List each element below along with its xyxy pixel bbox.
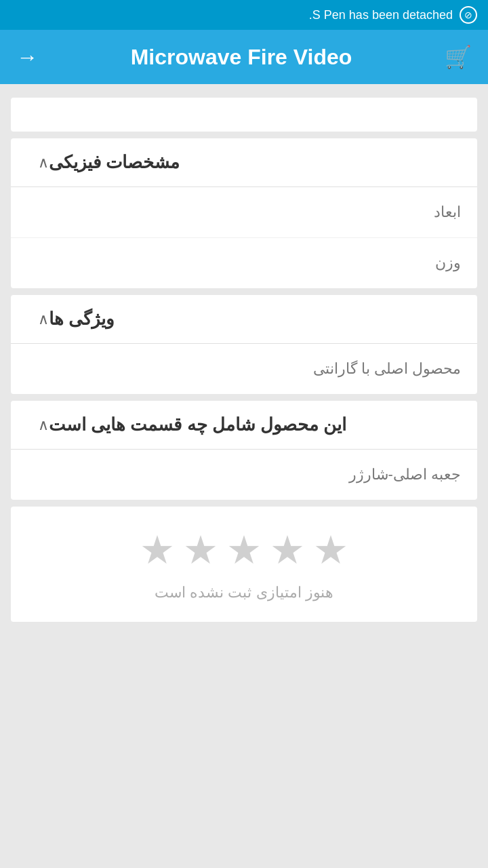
- s-pen-icon: ⊘: [460, 6, 477, 24]
- features-header[interactable]: ویژگی ها ∧: [11, 295, 477, 344]
- star-5[interactable]: ★: [313, 527, 348, 573]
- original-product-row: محصول اصلی با گارانتی: [11, 344, 477, 394]
- includes-card: این محصول شامل چه قسمت هایی است ∧ جعبه ا…: [11, 401, 477, 500]
- chevron-up-icon: ∧: [38, 154, 49, 172]
- forward-arrow-icon[interactable]: →: [16, 45, 38, 70]
- original-product-label: محصول اصلی با گارانتی: [313, 360, 461, 377]
- main-content: مشخصات فیزیکی ∧ ابعاد وزن ویژگی ها ∧ محص…: [0, 84, 488, 635]
- weight-label: وزن: [435, 254, 461, 271]
- dimensions-row: ابعاد: [11, 187, 477, 238]
- physical-specs-card: مشخصات فیزیکی ∧ ابعاد وزن: [11, 138, 477, 288]
- cart-icon[interactable]: 🛒: [445, 44, 472, 70]
- page-title: Microwave Fire Video: [38, 45, 445, 70]
- box-charger-label: جعبه اصلی-شارژر: [349, 466, 461, 483]
- chevron-up-icon-2: ∧: [38, 311, 49, 328]
- rating-card: ★ ★ ★ ★ ★ هنوز امتیازی ثبت نشده است: [11, 507, 477, 622]
- star-1[interactable]: ★: [140, 527, 175, 573]
- physical-specs-header[interactable]: مشخصات فیزیکی ∧: [11, 138, 477, 187]
- dimensions-label: ابعاد: [434, 203, 461, 220]
- chevron-up-icon-3: ∧: [38, 416, 49, 434]
- star-2[interactable]: ★: [183, 527, 218, 573]
- stars-container[interactable]: ★ ★ ★ ★ ★: [27, 527, 461, 573]
- includes-title: این محصول شامل چه قسمت هایی است: [49, 414, 346, 435]
- status-bar: ⊘ S Pen has been detached.: [0, 0, 488, 30]
- no-rating-text: هنوز امتیازی ثبت نشده است: [27, 584, 461, 601]
- box-charger-row: جعبه اصلی-شارژر: [11, 450, 477, 500]
- physical-specs-title: مشخصات فیزیکی: [49, 152, 180, 173]
- app-header: 🛒 Microwave Fire Video →: [0, 30, 488, 84]
- features-card: ویژگی ها ∧ محصول اصلی با گارانتی: [11, 295, 477, 394]
- includes-header[interactable]: این محصول شامل چه قسمت هایی است ∧: [11, 401, 477, 450]
- star-3[interactable]: ★: [226, 527, 262, 573]
- features-title: ویژگی ها: [49, 309, 115, 330]
- star-4[interactable]: ★: [270, 527, 305, 573]
- weight-row: وزن: [11, 238, 477, 288]
- top-partial-card: [11, 98, 477, 132]
- status-bar-text: S Pen has been detached.: [309, 8, 453, 22]
